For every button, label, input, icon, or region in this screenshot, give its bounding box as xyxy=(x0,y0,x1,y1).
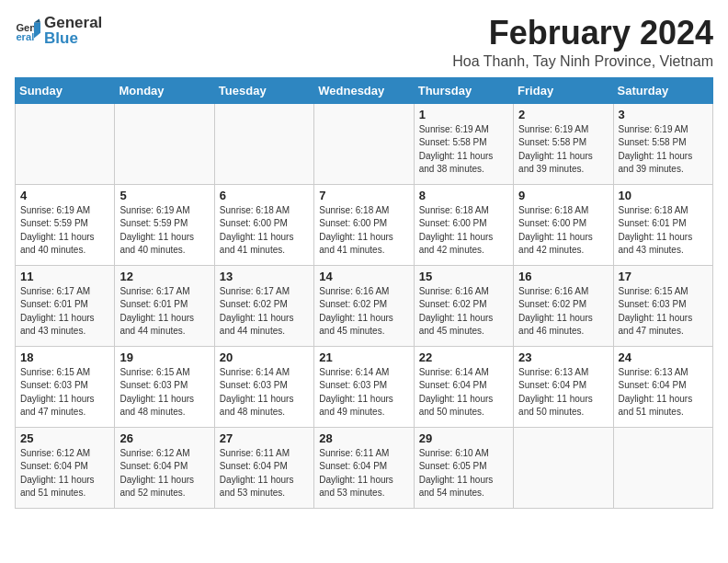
day-number: 9 xyxy=(518,189,608,202)
calendar-cell: 12Sunrise: 6:17 AM Sunset: 6:01 PM Dayli… xyxy=(115,265,214,346)
day-number: 14 xyxy=(319,270,408,283)
calendar-cell: 15Sunrise: 6:16 AM Sunset: 6:02 PM Dayli… xyxy=(414,265,513,346)
day-number: 11 xyxy=(20,270,109,283)
calendar-cell xyxy=(16,103,115,184)
day-number: 28 xyxy=(319,431,408,445)
day-number: 19 xyxy=(119,350,209,364)
weekday-header-sunday: Sunday xyxy=(16,77,115,103)
calendar-week-3: 11Sunrise: 6:17 AM Sunset: 6:01 PM Dayli… xyxy=(16,265,713,346)
day-info: Sunrise: 6:17 AM Sunset: 6:01 PM Dayligh… xyxy=(119,285,209,339)
day-info: Sunrise: 6:12 AM Sunset: 6:04 PM Dayligh… xyxy=(119,447,209,500)
calendar-cell: 9Sunrise: 6:18 AM Sunset: 6:00 PM Daylig… xyxy=(514,184,613,265)
calendar-subtitle: Hoa Thanh, Tay Ninh Province, Vietnam xyxy=(452,53,713,70)
calendar-cell: 28Sunrise: 6:11 AM Sunset: 6:04 PM Dayli… xyxy=(314,427,414,508)
calendar-header-row: SundayMondayTuesdayWednesdayThursdayFrid… xyxy=(16,77,713,103)
calendar-cell xyxy=(613,427,712,508)
calendar-cell: 2Sunrise: 6:19 AM Sunset: 5:58 PM Daylig… xyxy=(514,103,613,184)
weekday-header-thursday: Thursday xyxy=(414,77,513,103)
day-info: Sunrise: 6:16 AM Sunset: 6:02 PM Dayligh… xyxy=(518,285,608,339)
calendar-cell: 13Sunrise: 6:17 AM Sunset: 6:02 PM Dayli… xyxy=(214,265,313,346)
day-number: 16 xyxy=(518,270,608,283)
calendar-cell xyxy=(314,103,414,184)
calendar-cell: 22Sunrise: 6:14 AM Sunset: 6:04 PM Dayli… xyxy=(414,346,513,427)
svg-marker-3 xyxy=(34,18,40,22)
calendar-cell: 20Sunrise: 6:14 AM Sunset: 6:03 PM Dayli… xyxy=(214,346,313,427)
day-info: Sunrise: 6:14 AM Sunset: 6:03 PM Dayligh… xyxy=(220,366,309,419)
day-number: 4 xyxy=(20,189,109,202)
calendar-week-5: 25Sunrise: 6:12 AM Sunset: 6:04 PM Dayli… xyxy=(16,427,713,508)
calendar-cell: 25Sunrise: 6:12 AM Sunset: 6:04 PM Dayli… xyxy=(16,427,115,508)
logo-icon: Gen eral xyxy=(15,17,40,43)
day-number: 8 xyxy=(419,189,508,202)
calendar-cell: 4Sunrise: 6:19 AM Sunset: 5:59 PM Daylig… xyxy=(16,184,115,265)
calendar-week-1: 1Sunrise: 6:19 AM Sunset: 5:58 PM Daylig… xyxy=(16,103,713,184)
day-info: Sunrise: 6:12 AM Sunset: 6:04 PM Dayligh… xyxy=(20,447,109,500)
day-info: Sunrise: 6:19 AM Sunset: 5:58 PM Dayligh… xyxy=(619,123,708,177)
logo: Gen eral General Blue xyxy=(15,15,102,46)
day-number: 24 xyxy=(619,350,708,364)
day-info: Sunrise: 6:13 AM Sunset: 6:04 PM Dayligh… xyxy=(518,366,608,419)
day-number: 6 xyxy=(220,189,309,202)
day-number: 21 xyxy=(319,350,408,364)
day-info: Sunrise: 6:14 AM Sunset: 6:03 PM Dayligh… xyxy=(319,366,408,419)
day-info: Sunrise: 6:18 AM Sunset: 6:00 PM Dayligh… xyxy=(220,204,309,258)
calendar-cell xyxy=(514,427,613,508)
day-info: Sunrise: 6:17 AM Sunset: 6:02 PM Dayligh… xyxy=(220,285,309,339)
calendar-cell: 24Sunrise: 6:13 AM Sunset: 6:04 PM Dayli… xyxy=(613,346,712,427)
day-number: 12 xyxy=(119,270,209,283)
weekday-header-friday: Friday xyxy=(514,77,613,103)
day-number: 29 xyxy=(419,431,508,445)
day-info: Sunrise: 6:15 AM Sunset: 6:03 PM Dayligh… xyxy=(119,366,209,419)
calendar-cell: 18Sunrise: 6:15 AM Sunset: 6:03 PM Dayli… xyxy=(16,346,115,427)
day-info: Sunrise: 6:15 AM Sunset: 6:03 PM Dayligh… xyxy=(20,366,109,419)
day-info: Sunrise: 6:18 AM Sunset: 6:01 PM Dayligh… xyxy=(619,204,708,258)
calendar-week-2: 4Sunrise: 6:19 AM Sunset: 5:59 PM Daylig… xyxy=(16,184,713,265)
day-number: 3 xyxy=(619,108,708,121)
svg-text:eral: eral xyxy=(16,31,34,42)
calendar-cell xyxy=(115,103,214,184)
day-number: 23 xyxy=(518,350,608,364)
calendar-cell: 26Sunrise: 6:12 AM Sunset: 6:04 PM Dayli… xyxy=(115,427,214,508)
title-block: February 2024 Hoa Thanh, Tay Ninh Provin… xyxy=(452,15,713,70)
calendar-cell: 7Sunrise: 6:18 AM Sunset: 6:00 PM Daylig… xyxy=(314,184,414,265)
calendar-table: SundayMondayTuesdayWednesdayThursdayFrid… xyxy=(15,77,713,509)
weekday-header-wednesday: Wednesday xyxy=(314,77,414,103)
day-number: 5 xyxy=(119,189,209,202)
calendar-cell: 14Sunrise: 6:16 AM Sunset: 6:02 PM Dayli… xyxy=(314,265,414,346)
calendar-cell: 5Sunrise: 6:19 AM Sunset: 5:59 PM Daylig… xyxy=(115,184,214,265)
calendar-week-4: 18Sunrise: 6:15 AM Sunset: 6:03 PM Dayli… xyxy=(16,346,713,427)
svg-marker-2 xyxy=(34,23,40,39)
day-info: Sunrise: 6:11 AM Sunset: 6:04 PM Dayligh… xyxy=(319,447,408,500)
day-info: Sunrise: 6:14 AM Sunset: 6:04 PM Dayligh… xyxy=(419,366,508,419)
day-number: 20 xyxy=(220,350,309,364)
day-number: 22 xyxy=(419,350,508,364)
day-info: Sunrise: 6:18 AM Sunset: 6:00 PM Dayligh… xyxy=(419,204,508,258)
calendar-cell: 17Sunrise: 6:15 AM Sunset: 6:03 PM Dayli… xyxy=(613,265,712,346)
day-number: 7 xyxy=(319,189,408,202)
day-info: Sunrise: 6:10 AM Sunset: 6:05 PM Dayligh… xyxy=(419,447,508,500)
weekday-header-saturday: Saturday xyxy=(613,77,712,103)
day-number: 2 xyxy=(518,108,608,121)
weekday-header-monday: Monday xyxy=(115,77,214,103)
day-info: Sunrise: 6:16 AM Sunset: 6:02 PM Dayligh… xyxy=(419,285,508,339)
calendar-cell: 21Sunrise: 6:14 AM Sunset: 6:03 PM Dayli… xyxy=(314,346,414,427)
day-number: 17 xyxy=(619,270,708,283)
calendar-cell: 1Sunrise: 6:19 AM Sunset: 5:58 PM Daylig… xyxy=(414,103,513,184)
calendar-cell: 3Sunrise: 6:19 AM Sunset: 5:58 PM Daylig… xyxy=(613,103,712,184)
day-info: Sunrise: 6:19 AM Sunset: 5:58 PM Dayligh… xyxy=(419,123,508,177)
day-number: 18 xyxy=(20,350,109,364)
day-number: 13 xyxy=(220,270,309,283)
day-info: Sunrise: 6:19 AM Sunset: 5:58 PM Dayligh… xyxy=(518,123,608,177)
day-number: 26 xyxy=(119,431,209,445)
day-number: 10 xyxy=(619,189,708,202)
day-number: 27 xyxy=(220,431,309,445)
day-info: Sunrise: 6:17 AM Sunset: 6:01 PM Dayligh… xyxy=(20,285,109,339)
calendar-title: February 2024 xyxy=(452,15,713,52)
weekday-header-tuesday: Tuesday xyxy=(214,77,313,103)
calendar-cell: 8Sunrise: 6:18 AM Sunset: 6:00 PM Daylig… xyxy=(414,184,513,265)
day-info: Sunrise: 6:19 AM Sunset: 5:59 PM Dayligh… xyxy=(119,204,209,258)
calendar-cell xyxy=(214,103,313,184)
day-number: 15 xyxy=(419,270,508,283)
calendar-cell: 6Sunrise: 6:18 AM Sunset: 6:00 PM Daylig… xyxy=(214,184,313,265)
calendar-cell: 11Sunrise: 6:17 AM Sunset: 6:01 PM Dayli… xyxy=(16,265,115,346)
